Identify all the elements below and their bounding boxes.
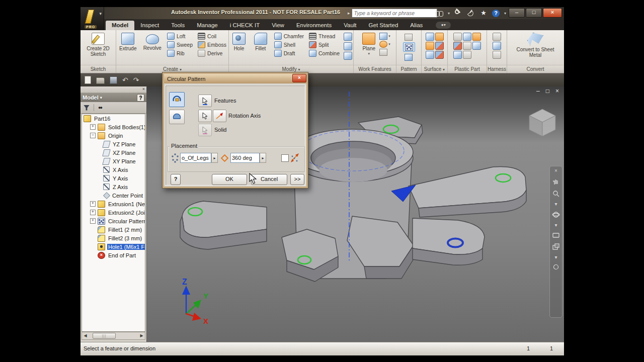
expander-icon[interactable] (90, 124, 96, 130)
dialog-title-bar[interactable]: Circular Pattern (164, 74, 306, 83)
loft-button[interactable]: Loft (165, 32, 195, 40)
work-point-button[interactable] (379, 41, 390, 48)
doc-minimize-icon[interactable]: – (536, 87, 540, 95)
rib-button[interactable]: Rib (165, 49, 195, 57)
help-icon[interactable]: ? (492, 10, 500, 17)
more-options-button[interactable]: >> (290, 174, 304, 185)
expander-icon[interactable] (90, 218, 96, 224)
scroll-left-icon[interactable]: ◀ (82, 333, 89, 339)
expander-icon[interactable] (90, 201, 96, 207)
work-axis-button[interactable] (379, 33, 390, 40)
part-split-button[interactable] (463, 51, 471, 59)
browser-help-button[interactable]: ? (137, 94, 144, 102)
new-file-icon[interactable] (85, 76, 91, 84)
harness-settings-button[interactable] (493, 51, 501, 59)
extrude-button[interactable]: Extrude (116, 32, 139, 53)
ribbon-display-toggle[interactable]: ● (436, 22, 451, 29)
redo-icon[interactable]: ↷ (133, 76, 139, 84)
panel-label-surface[interactable]: Surface (422, 65, 447, 73)
midplane-checkbox[interactable] (281, 154, 289, 162)
doc-close-icon[interactable]: × (555, 87, 559, 95)
plane-button[interactable]: Plane (359, 32, 378, 57)
tree-item-end-of-part[interactable]: End of Part (82, 251, 145, 259)
tree-item-yz-plane[interactable]: YZ Plane (82, 140, 145, 148)
tree-item-fillet1[interactable]: Fillet1 (2 mm) (82, 225, 145, 234)
chamfer-button[interactable]: Chamfer (272, 32, 306, 40)
search-input[interactable] (352, 9, 437, 18)
ucs-button[interactable] (379, 49, 390, 56)
derive-button[interactable]: Derive (196, 49, 228, 57)
panel-label-work-features[interactable]: Work Features (354, 65, 396, 73)
count-flyout-button[interactable] (211, 153, 218, 163)
tab-environments[interactable]: Environments (290, 21, 338, 30)
minimize-button[interactable]: – (509, 8, 525, 18)
tree-item-circular-pattern1[interactable]: Circular Pattern1 ( (82, 217, 145, 225)
tree-item-extrusion1[interactable]: Extrusion1 (New S (82, 200, 145, 208)
move-face-button[interactable] (344, 33, 352, 41)
browser-close-icon[interactable]: × (142, 86, 145, 92)
angle-input[interactable] (230, 153, 260, 163)
communication-center-icon[interactable] (467, 9, 475, 17)
zoom-icon[interactable] (552, 190, 560, 198)
mirror-button[interactable] (403, 53, 414, 61)
hole-button[interactable]: Hole (229, 32, 249, 53)
pattern-solid-type-button[interactable] (169, 110, 185, 124)
tree-item-extrusion2[interactable]: Extrusion2 (Join x (82, 208, 145, 217)
tree-item-xy-plane[interactable]: XY Plane (82, 157, 145, 165)
look-at-icon[interactable] (552, 232, 560, 239)
stitch-button[interactable] (426, 33, 434, 41)
orbit-icon[interactable] (552, 211, 560, 219)
move-bodies-button[interactable] (344, 52, 352, 60)
save-icon[interactable] (110, 76, 117, 84)
doc-restore-icon[interactable]: □ (546, 87, 549, 95)
search-dropdown-icon[interactable] (448, 11, 450, 16)
revolve-button[interactable]: Revolve (140, 32, 164, 52)
select-rotation-axis-button[interactable] (198, 110, 212, 122)
view-face-icon[interactable] (552, 243, 560, 251)
tree-item-y-axis[interactable]: Y Axis (82, 174, 145, 183)
combine-button[interactable]: Combine (307, 49, 342, 57)
restore-button[interactable]: □ (526, 8, 542, 18)
sweep-button[interactable]: Sweep (165, 41, 195, 49)
occurrence-count-input[interactable] (180, 153, 211, 163)
create-2d-sketch-button[interactable]: Create 2D Sketch (86, 32, 110, 58)
rest-button[interactable] (472, 33, 481, 41)
search-collapse-icon[interactable] (348, 11, 350, 16)
dialog-help-button[interactable]: ? (171, 174, 181, 185)
convert-to-sheet-metal-button[interactable]: Convert to Sheet Metal (515, 32, 556, 59)
tab-tools[interactable]: Tools (165, 21, 191, 30)
undo-icon[interactable]: ↶ (122, 76, 128, 84)
delete-face-button[interactable] (435, 51, 444, 59)
panel-label-plastic-part[interactable]: Plastic Part (448, 65, 487, 73)
help-dropdown-icon[interactable] (504, 11, 506, 16)
create-harness-button[interactable] (493, 33, 501, 41)
coil-button[interactable]: Coil (196, 32, 228, 40)
navbar-close-icon[interactable]: × (554, 168, 557, 173)
browser-header[interactable]: Model ? (80, 93, 146, 102)
tab-get-started[interactable]: Get Started (363, 21, 405, 30)
angle-flyout-button[interactable] (260, 153, 266, 163)
patch-button[interactable] (426, 42, 434, 50)
browser-grip[interactable]: × (80, 86, 146, 93)
filter-icon[interactable] (84, 105, 90, 111)
rule-fillet-button[interactable] (453, 42, 462, 50)
tree-item-part[interactable]: Part16 (82, 114, 145, 123)
circular-pattern-button[interactable] (403, 42, 415, 52)
boss-button[interactable] (463, 33, 471, 41)
tab-icheckit[interactable]: i CHECK IT (224, 21, 266, 30)
close-button[interactable]: × (543, 8, 562, 18)
rectangular-pattern-button[interactable] (403, 33, 414, 41)
tree-item-z-axis[interactable]: Z Axis (82, 183, 145, 191)
thicken-button[interactable] (426, 51, 434, 59)
panel-label-pattern[interactable]: Pattern (396, 65, 421, 73)
fillet-button[interactable]: Fillet (250, 32, 271, 53)
tab-view[interactable]: View (266, 21, 290, 30)
scrollbar-thumb[interactable]: ||| (93, 333, 116, 339)
tree-item-x-axis[interactable]: X Axis (82, 165, 145, 174)
sculpt-button[interactable] (435, 33, 444, 41)
dialog-close-button[interactable]: × (292, 74, 306, 82)
tree-item-origin[interactable]: Origin (82, 131, 145, 140)
pattern-features-type-button[interactable] (169, 92, 185, 107)
tree-item-hole1[interactable]: Hole1 (M6x1 Full D (82, 242, 145, 251)
circular-pattern-dialog[interactable]: Circular Pattern × Features Rotation Axi… (162, 72, 308, 189)
